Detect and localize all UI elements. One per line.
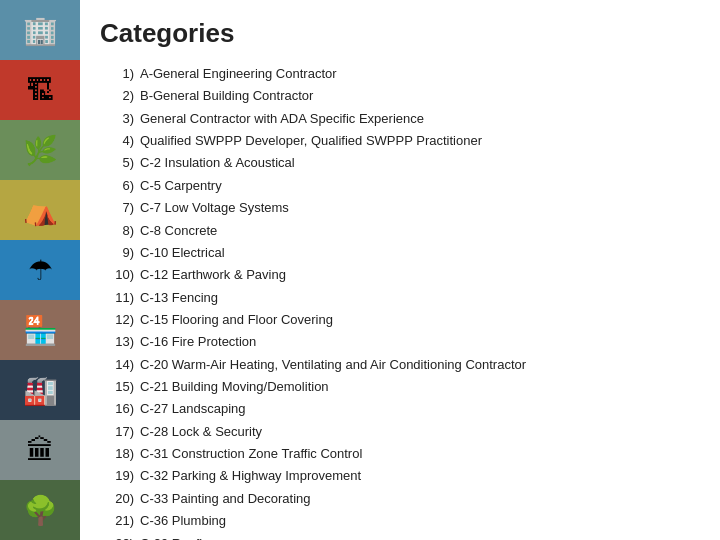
list-number: 21) xyxy=(100,510,138,532)
list-text: C-5 Carpentry xyxy=(140,175,222,197)
list-text: C-10 Electrical xyxy=(140,242,225,264)
list-number: 15) xyxy=(100,376,138,398)
list-text: C-32 Parking & Highway Improvement xyxy=(140,465,361,487)
list-item: 7)C-7 Low Voltage Systems xyxy=(100,197,700,219)
list-item: 3)General Contractor with ADA Specific E… xyxy=(100,108,700,130)
list-text: B-General Building Contractor xyxy=(140,85,313,107)
list-item: 19)C-32 Parking & Highway Improvement xyxy=(100,465,700,487)
page-title: Categories xyxy=(100,18,700,49)
list-text: C-8 Concrete xyxy=(140,220,217,242)
list-item: 14)C-20 Warm-Air Heating, Ventilating an… xyxy=(100,354,700,376)
list-number: 19) xyxy=(100,465,138,487)
list-item: 5)C-2 Insulation & Acoustical xyxy=(100,152,700,174)
sidebar-image-facility xyxy=(0,360,80,420)
list-text: C-36 Plumbing xyxy=(140,510,226,532)
list-text: C-20 Warm-Air Heating, Ventilating and A… xyxy=(140,354,526,376)
list-number: 10) xyxy=(100,264,138,286)
list-number: 7) xyxy=(100,197,138,219)
list-number: 13) xyxy=(100,331,138,353)
list-text: A-General Engineering Contractor xyxy=(140,63,337,85)
list-item: 13)C-16 Fire Protection xyxy=(100,331,700,353)
sidebar-image-storefront xyxy=(0,300,80,360)
list-item: 6)C-5 Carpentry xyxy=(100,175,700,197)
sidebar-image-trees xyxy=(0,480,80,540)
list-number: 2) xyxy=(100,85,138,107)
list-number: 4) xyxy=(100,130,138,152)
list-number: 11) xyxy=(100,287,138,309)
list-text: C-2 Insulation & Acoustical xyxy=(140,152,295,174)
list-text: C-15 Flooring and Floor Covering xyxy=(140,309,333,331)
list-item: 15)C-21 Building Moving/Demolition xyxy=(100,376,700,398)
list-text: Qualified SWPPP Developer, Qualified SWP… xyxy=(140,130,482,152)
list-number: 20) xyxy=(100,488,138,510)
main-content: Categories 1)A-General Engineering Contr… xyxy=(80,0,720,540)
list-item: 17)C-28 Lock & Security xyxy=(100,421,700,443)
list-text: C-12 Earthwork & Paving xyxy=(140,264,286,286)
list-number: 9) xyxy=(100,242,138,264)
list-text: C-7 Low Voltage Systems xyxy=(140,197,289,219)
list-number: 6) xyxy=(100,175,138,197)
list-text: C-33 Painting and Decorating xyxy=(140,488,311,510)
list-text: C-31 Construction Zone Traffic Control xyxy=(140,443,362,465)
list-item: 22)C-39 Roofing xyxy=(100,533,700,540)
list-item: 18)C-31 Construction Zone Traffic Contro… xyxy=(100,443,700,465)
sidebar-image-building-1 xyxy=(0,0,80,60)
list-item: 10)C-12 Earthwork & Paving xyxy=(100,264,700,286)
list-number: 12) xyxy=(100,309,138,331)
list-number: 3) xyxy=(100,108,138,130)
sidebar-image-structure xyxy=(0,420,80,480)
list-item: 8)C-8 Concrete xyxy=(100,220,700,242)
list-item: 12)C-15 Flooring and Floor Covering xyxy=(100,309,700,331)
list-item: 21)C-36 Plumbing xyxy=(100,510,700,532)
list-number: 17) xyxy=(100,421,138,443)
list-number: 8) xyxy=(100,220,138,242)
list-text: C-16 Fire Protection xyxy=(140,331,256,353)
sidebar-image-landscape xyxy=(0,120,80,180)
sidebar-image-building-2 xyxy=(0,60,80,120)
list-number: 14) xyxy=(100,354,138,376)
list-item: 2)B-General Building Contractor xyxy=(100,85,700,107)
list-number: 1) xyxy=(100,63,138,85)
list-number: 5) xyxy=(100,152,138,174)
list-number: 22) xyxy=(100,533,138,540)
list-item: 11)C-13 Fencing xyxy=(100,287,700,309)
list-item: 20)C-33 Painting and Decorating xyxy=(100,488,700,510)
list-text: C-21 Building Moving/Demolition xyxy=(140,376,329,398)
categories-list: 1)A-General Engineering Contractor2)B-Ge… xyxy=(100,63,700,540)
list-item: 16)C-27 Landscaping xyxy=(100,398,700,420)
list-text: General Contractor with ADA Specific Exp… xyxy=(140,108,424,130)
list-item: 9)C-10 Electrical xyxy=(100,242,700,264)
sidebar-image-umbrella xyxy=(0,240,80,300)
list-number: 18) xyxy=(100,443,138,465)
sidebar-image-tent xyxy=(0,180,80,240)
list-number: 16) xyxy=(100,398,138,420)
list-text: C-39 Roofing xyxy=(140,533,217,540)
list-text: C-28 Lock & Security xyxy=(140,421,262,443)
list-item: 4)Qualified SWPPP Developer, Qualified S… xyxy=(100,130,700,152)
list-item: 1)A-General Engineering Contractor xyxy=(100,63,700,85)
list-text: C-27 Landscaping xyxy=(140,398,246,420)
list-text: C-13 Fencing xyxy=(140,287,218,309)
sidebar xyxy=(0,0,80,540)
